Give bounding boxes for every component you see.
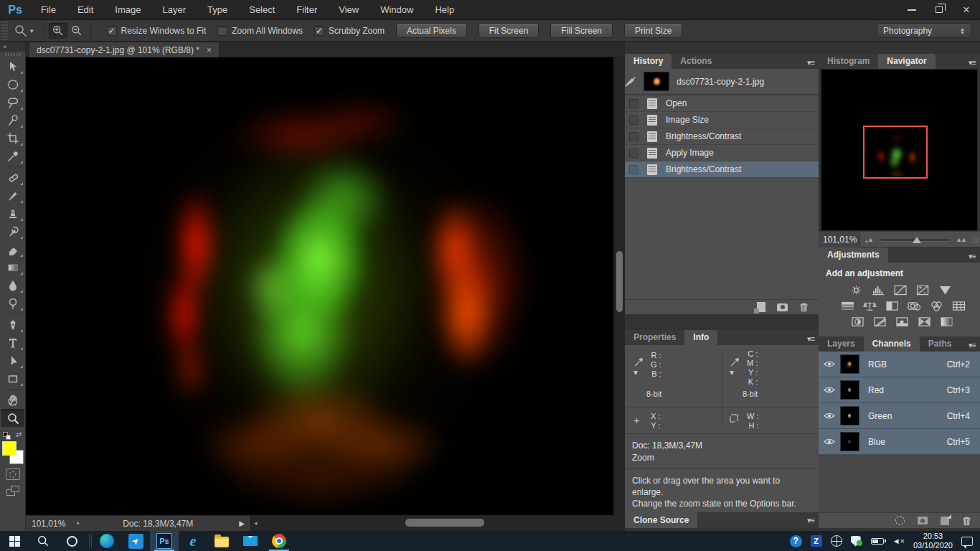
invert-adjustment-icon[interactable] — [850, 316, 865, 327]
panel-menu-icon[interactable]: ▾≡ — [807, 514, 814, 527]
levels-adjustment-icon[interactable] — [871, 285, 886, 296]
tab-close-icon[interactable]: × — [207, 45, 212, 55]
channel-thumbnail[interactable] — [840, 406, 859, 425]
tab-clone-source[interactable]: Clone Source — [625, 512, 697, 528]
quick-mask-button[interactable] — [6, 468, 20, 480]
delete-state-button[interactable] — [799, 302, 809, 312]
eyedropper-tool[interactable] — [1, 147, 24, 165]
history-brush-tool[interactable] — [1, 222, 24, 240]
taskbar-edge[interactable] — [93, 531, 121, 551]
action-center-icon[interactable] — [961, 537, 973, 546]
taskbar-search-button[interactable] — [29, 531, 57, 551]
menu-image[interactable]: Image — [104, 0, 151, 20]
print-size-button[interactable]: Print Size — [624, 23, 682, 38]
swap-colors-icon[interactable]: ⇄ — [16, 430, 22, 438]
tray-help-icon[interactable]: ? — [790, 535, 802, 547]
workspace-selector[interactable]: Photography ▲▼ — [877, 23, 971, 38]
tab-navigator[interactable]: Navigator — [878, 54, 935, 69]
close-button[interactable]: × — [953, 1, 980, 19]
fill-screen-button[interactable]: Fill Screen — [550, 23, 613, 38]
start-button[interactable] — [0, 531, 29, 551]
tray-battery-icon[interactable] — [871, 538, 884, 545]
tab-history[interactable]: History — [625, 54, 672, 69]
blur-tool[interactable] — [1, 276, 24, 294]
clone-stamp-tool[interactable] — [1, 204, 24, 222]
panel-menu-icon[interactable]: ▾≡ — [807, 56, 814, 69]
tab-layers[interactable]: Layers — [819, 336, 864, 352]
photo-filter-adjustment-icon[interactable] — [907, 301, 922, 311]
menu-select[interactable]: Select — [238, 0, 286, 20]
navigator-preview[interactable] — [821, 69, 978, 231]
channel-row-red[interactable]: Red Ctrl+3 — [819, 377, 980, 403]
panel-menu-icon[interactable]: ▾≡ — [807, 332, 814, 345]
tray-volume-muted-icon[interactable]: ◄× — [892, 537, 905, 545]
selective-color-adjustment-icon[interactable] — [939, 316, 954, 327]
panel-menu-icon[interactable]: ▾≡ — [969, 250, 976, 263]
tray-zonealarm-icon[interactable]: Z — [811, 535, 822, 547]
slider-thumb[interactable] — [913, 237, 921, 243]
tools-grip[interactable] — [5, 53, 21, 56]
channel-row-green[interactable]: Green Ctrl+4 — [819, 403, 980, 429]
path-selection-tool[interactable] — [1, 352, 24, 369]
resize-grip-icon[interactable] — [971, 236, 979, 243]
posterize-adjustment-icon[interactable] — [872, 316, 887, 327]
cortana-button[interactable] — [57, 531, 86, 551]
horizontal-scrollbar[interactable]: ◂ — [250, 516, 625, 531]
navigator-zoom-slider[interactable] — [878, 232, 953, 247]
zoom-tool-badge[interactable]: ▾ — [8, 24, 39, 38]
menu-file[interactable]: File — [30, 0, 67, 20]
brush-tool[interactable] — [1, 187, 24, 204]
history-source-checkbox[interactable] — [629, 165, 639, 174]
minimize-button[interactable] — [898, 1, 925, 19]
channel-mixer-adjustment-icon[interactable] — [929, 301, 944, 311]
menu-layer[interactable]: Layer — [152, 0, 197, 20]
tab-paths[interactable]: Paths — [920, 336, 961, 352]
tab-actions[interactable]: Actions — [672, 54, 720, 69]
taskbar-rocket-app[interactable]: ➤ — [121, 531, 150, 551]
spot-healing-brush-tool[interactable] — [1, 169, 24, 187]
zoom-tool[interactable] — [1, 409, 24, 427]
threshold-adjustment-icon[interactable] — [895, 316, 910, 327]
zoom-all-windows-checkbox[interactable]: ✓ — [217, 26, 227, 36]
vertical-scrollbar-thumb[interactable] — [616, 251, 623, 312]
document-tab[interactable]: dsc07731-copy-2-1.jpg @ 101% (RGB/8) * × — [29, 42, 220, 57]
move-tool[interactable] — [1, 57, 24, 75]
vertical-scrollbar[interactable] — [613, 57, 625, 515]
navigator-zoom-field[interactable]: 101,01% — [819, 232, 860, 248]
menu-edit[interactable]: Edit — [67, 0, 104, 20]
vibrance-adjustment-icon[interactable] — [938, 285, 953, 296]
rectangle-tool[interactable] — [1, 369, 24, 387]
foreground-color-swatch[interactable] — [2, 441, 17, 456]
tab-histogram[interactable]: Histogram — [819, 54, 878, 69]
menu-view[interactable]: View — [328, 0, 369, 20]
delete-channel-button[interactable] — [962, 516, 971, 526]
tray-network-icon[interactable] — [831, 535, 842, 547]
zoom-in-mode-button[interactable] — [49, 23, 67, 39]
tab-adjustments[interactable]: Adjustments — [819, 248, 888, 263]
color-lookup-adjustment-icon[interactable] — [951, 301, 966, 311]
menu-filter[interactable]: Filter — [286, 0, 328, 20]
navigator-view-box[interactable] — [863, 126, 928, 179]
history-source-checkbox[interactable] — [629, 132, 639, 141]
crop-tool[interactable] — [1, 129, 24, 147]
visibility-toggle[interactable] — [819, 386, 840, 394]
color-balance-adjustment-icon[interactable] — [862, 301, 877, 311]
type-tool[interactable] — [1, 334, 24, 352]
exposure-adjustment-icon[interactable] — [915, 285, 930, 296]
channel-row-blue[interactable]: Blue Ctrl+5 — [819, 429, 980, 455]
channel-thumbnail[interactable] — [840, 432, 859, 451]
resize-windows-checkbox[interactable]: ✓ — [107, 26, 117, 36]
actual-pixels-button[interactable]: Actual Pixels — [396, 23, 467, 38]
status-zoom-field[interactable]: 101,01% — [26, 519, 71, 529]
history-state-image-size[interactable]: Image Size — [625, 112, 819, 128]
task-view-icon[interactable] — [89, 534, 90, 547]
restore-button[interactable] — [925, 1, 953, 19]
hue-saturation-adjustment-icon[interactable] — [840, 301, 855, 311]
gradient-map-adjustment-icon[interactable] — [917, 316, 932, 327]
brightness-contrast-adjustment-icon[interactable] — [849, 285, 864, 296]
history-state-apply-image[interactable]: Apply Image — [625, 145, 819, 161]
channel-row-rgb[interactable]: RGB Ctrl+2 — [819, 352, 980, 377]
zoom-out-mountains-icon[interactable]: ▲▲ — [864, 236, 874, 243]
visibility-toggle[interactable] — [819, 360, 840, 368]
menu-window[interactable]: Window — [369, 0, 424, 20]
